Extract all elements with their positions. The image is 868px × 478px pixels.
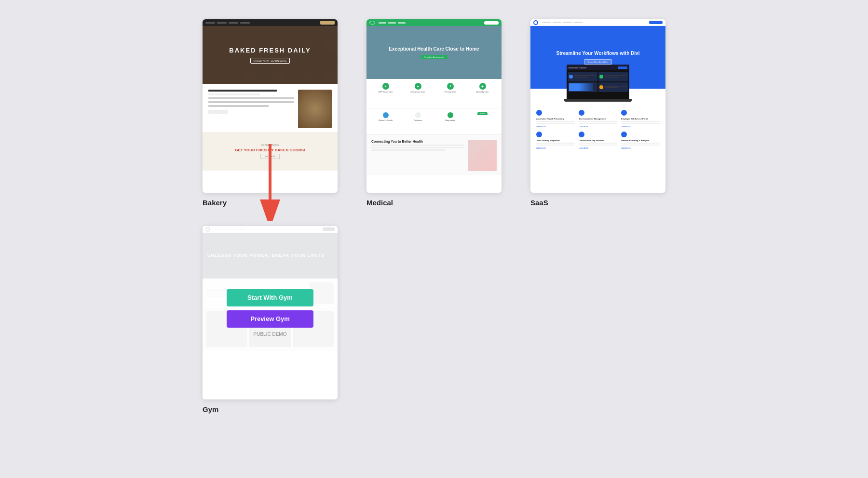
saas-laptop-base xyxy=(564,99,632,102)
template-card-saas[interactable]: Streamline Your Workflows with Divi Lear… xyxy=(530,19,665,207)
bakery-hero-title: BAKED FRESH DAILY xyxy=(229,46,311,55)
saas-feat-icon xyxy=(621,132,627,137)
saas-nav-item xyxy=(553,22,561,23)
saas-feat-icon xyxy=(621,110,627,116)
saas-feature-tax: Tax Compliance Management LEARN MORE xyxy=(579,110,617,128)
virtual-care-icon: + xyxy=(382,83,389,90)
medical-icons-row: + 24/7 Virtual Care ♥ Emergency Care ✦ P… xyxy=(366,79,502,108)
bakery-label: Bakery xyxy=(203,199,227,207)
bakery-nav-cta xyxy=(320,21,335,25)
saas-feat-title: Employee Self-Service Portal xyxy=(621,118,660,120)
bakery-text-line xyxy=(208,101,294,103)
medical-nav-item xyxy=(379,22,386,24)
pediatrics-label: Pediatrics xyxy=(414,119,422,121)
saas-chart xyxy=(569,83,593,91)
bakery-text-line xyxy=(208,97,294,99)
medical-connect-title: Connecting You to Better Health xyxy=(371,140,464,143)
saas-feat-line xyxy=(621,123,660,124)
medical-label: Medical xyxy=(366,199,393,207)
medical-nav-item xyxy=(388,22,396,24)
saas-screen-dot xyxy=(599,75,603,79)
medical-connect: Connecting You to Better Health xyxy=(366,134,502,175)
bakery-text-block xyxy=(208,90,294,126)
saas-screen-card xyxy=(598,82,628,92)
bakery-hero: BAKED FRESH DAILY ORDER NOW LEARN MORE xyxy=(203,26,338,84)
medical-logo xyxy=(369,21,375,25)
saas-hero: Streamline Your Workflows with Divi Lear… xyxy=(530,26,665,89)
saas-feat-icon xyxy=(536,132,542,137)
saas-screen-line xyxy=(604,87,618,88)
saas-nav xyxy=(530,19,665,26)
bakery-text-line xyxy=(208,93,260,95)
saas-feat-link: LEARN MORE xyxy=(579,147,617,149)
saas-feature-payroll: Automated Payroll Processing LEARN MORE xyxy=(536,110,575,128)
template-card-medical[interactable]: Exceptional Health Care Close to Home Sc… xyxy=(366,19,502,207)
virtual-care-label: 24/7 Virtual Care xyxy=(379,91,393,93)
saas-feature-time: Time Tracking Integration LEARN MORE xyxy=(536,132,575,149)
saas-feat-link: LEARN MORE xyxy=(579,126,617,128)
medical-connect-img xyxy=(468,140,497,171)
medical-icon-specialty: ◈ Specialty Care xyxy=(467,83,498,104)
medical-nav-btn xyxy=(484,21,499,25)
preview-gym-button[interactable]: Preview Gym xyxy=(227,310,313,328)
saas-preview[interactable]: Streamline Your Workflows with Divi Lear… xyxy=(530,19,665,193)
saas-feat-title: Tax Compliance Management xyxy=(579,118,617,120)
medical-nav xyxy=(366,19,502,26)
saas-screen-btn xyxy=(618,66,627,69)
bakery-text-line xyxy=(208,105,269,107)
saas-feat-line xyxy=(621,145,660,146)
saas-feat-line xyxy=(579,123,617,124)
saas-screen-header: Dashboard Overview xyxy=(567,65,629,70)
saas-screen-line xyxy=(604,75,627,76)
saas-feat-line xyxy=(621,143,660,144)
specialty-care-icon: ◈ xyxy=(479,83,486,90)
saas-feature-reporting: Detailed Reporting & Analytics LEARN MOR… xyxy=(621,132,660,149)
medical-connect-line xyxy=(371,145,464,146)
medical-icon-virtual: + 24/7 Virtual Care xyxy=(370,83,401,104)
saas-screen-body xyxy=(567,70,629,93)
saas-features: Automated Payroll Processing LEARN MORE … xyxy=(530,104,665,155)
saas-feat-title: Detailed Reporting & Analytics xyxy=(621,139,660,142)
primary-care-icon: ✦ xyxy=(447,83,454,90)
bakery-preview[interactable]: BAKED FRESH DAILY ORDER NOW LEARN MORE O… xyxy=(203,19,338,193)
bakery-promo: ORDER ONLINE GET YOUR FRESHLY BAKED GOOD… xyxy=(203,132,338,171)
gym-label: Gym xyxy=(203,405,218,413)
medical-connect-line xyxy=(371,149,446,151)
saas-screen-lines xyxy=(604,75,627,78)
bakery-promo-title: GET YOUR FRESHLY BAKED GOODS! xyxy=(235,148,305,152)
bakery-text-line xyxy=(208,90,277,92)
medical-hero-btn: Schedule Appointment xyxy=(420,55,448,59)
saas-feat-icon xyxy=(536,110,542,116)
bakery-promo-btn: SHOP NOW xyxy=(260,154,280,159)
bakery-section xyxy=(203,84,338,132)
saas-feat-line xyxy=(536,143,575,144)
gym-hover-overlay: Start With Gym Preview Gym PUBLIC DEMO xyxy=(203,226,338,399)
medical-nav-item xyxy=(398,22,406,24)
saas-feat-line xyxy=(579,121,617,122)
saas-feature-employee: Employee Self-Service Portal LEARN MORE xyxy=(621,110,660,128)
medical-hero-title: Exceptional Health Care Close to Home xyxy=(389,46,479,53)
bakery-img-thumb xyxy=(298,90,332,128)
saas-feat-title: Automated Payroll Processing xyxy=(536,118,575,120)
template-card-bakery[interactable]: BAKED FRESH DAILY ORDER NOW LEARN MORE O… xyxy=(203,19,338,207)
medical-hero: Exceptional Health Care Close to Home Sc… xyxy=(366,26,502,79)
saas-nav-item xyxy=(563,22,572,23)
saas-feat-line xyxy=(536,145,575,146)
saas-feat-line xyxy=(536,123,575,124)
medical-icon-emergency: ♥ Emergency Care xyxy=(403,83,433,104)
wellness-btn: Wellness xyxy=(477,112,487,115)
saas-feat-link: LEARN MORE xyxy=(536,147,575,149)
diagnostics-icon xyxy=(448,112,453,118)
gym-preview[interactable]: UNLEASH YOUR POWER, BREAK YOUR LIMITS St… xyxy=(203,226,338,399)
bakery-nav-item xyxy=(240,22,250,24)
saas-feat-link: LEARN MORE xyxy=(536,126,575,128)
medical-wellness: Wellness xyxy=(467,112,498,131)
medical-preview[interactable]: Exceptional Health Care Close to Home Sc… xyxy=(366,19,502,193)
template-card-gym[interactable]: UNLEASH YOUR POWER, BREAK YOUR LIMITS St… xyxy=(203,226,338,413)
saas-feat-icon xyxy=(579,110,584,116)
saas-hero-title: Streamline Your Workflows with Divi xyxy=(556,50,640,57)
saas-feat-title: Time Tracking Integration xyxy=(536,139,575,142)
saas-screen-line xyxy=(574,77,587,78)
saas-screen-line xyxy=(604,77,618,78)
start-with-gym-button[interactable]: Start With Gym xyxy=(227,289,313,306)
